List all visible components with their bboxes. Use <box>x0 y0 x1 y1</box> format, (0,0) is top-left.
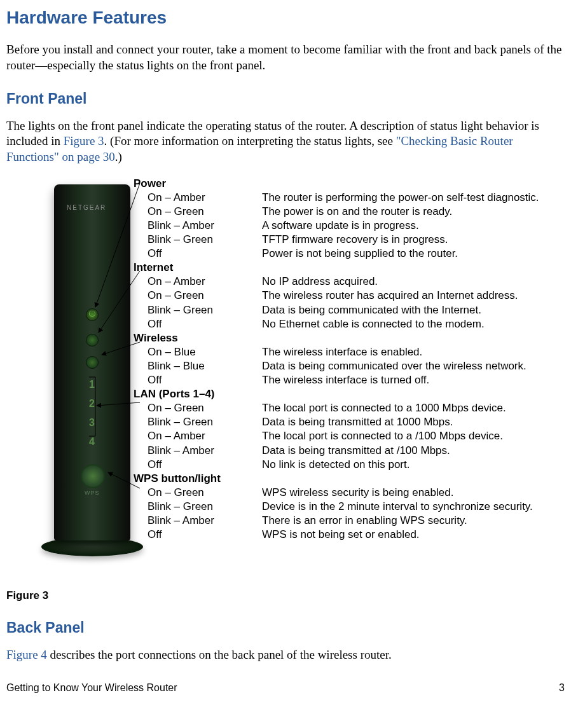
status-state: On – Amber <box>148 275 262 289</box>
footer-page-number: 3 <box>559 682 565 695</box>
heading-front-panel: Front Panel <box>6 90 565 109</box>
status-state: Blink – Green <box>148 500 262 514</box>
status-state: Off <box>148 247 262 261</box>
status-desc: The router is performing the power-on se… <box>262 191 539 205</box>
footer-section-title: Getting to Know Your Wireless Router <box>6 682 177 695</box>
status-desc: A software update is in progress. <box>262 219 539 233</box>
router-illustration: NETGEAR 1 2 3 4 WPS <box>38 184 146 566</box>
status-state: On – Green <box>148 289 262 303</box>
wireless-led-icon <box>86 356 99 369</box>
status-desc: The wireless router has acquired an Inte… <box>262 289 539 303</box>
status-state: Blink – Amber <box>148 444 262 458</box>
group-lan: LAN (Ports 1–4) <box>134 387 539 401</box>
figure-3-area: NETGEAR 1 2 3 4 WPS Power On – AmberThe … <box>6 177 565 577</box>
status-state: Blink – Green <box>148 233 262 247</box>
status-desc: WPS is not being set or enabled. <box>262 528 539 542</box>
status-state: On – Amber <box>148 429 262 443</box>
figure-3-caption: Figure 3 <box>6 589 565 603</box>
status-desc: The wireless interface is enabled. <box>262 345 539 359</box>
status-row: Blink – BlueData is being communicated o… <box>134 359 539 373</box>
link-figure-3[interactable]: Figure 3 <box>64 134 104 148</box>
status-desc: The wireless interface is turned off. <box>262 373 539 387</box>
wps-label: WPS <box>85 490 100 497</box>
brand-label: NETGEAR <box>67 203 106 212</box>
status-row: On – GreenThe local port is connected to… <box>134 401 539 415</box>
status-state: Blink – Amber <box>148 514 262 528</box>
status-row: Blink – AmberData is being transmitted a… <box>134 444 539 458</box>
router-body: NETGEAR 1 2 3 4 WPS <box>54 184 130 540</box>
status-state: Off <box>148 458 262 472</box>
status-state: Off <box>148 528 262 542</box>
wps-button-icon <box>81 464 105 488</box>
status-row: On – AmberThe local port is connected to… <box>134 429 539 443</box>
status-state: On – Green <box>148 205 262 219</box>
status-row: Blink – AmberThere is an error in enabli… <box>134 514 539 528</box>
back-panel-paragraph: Figure 4 describes the port connections … <box>6 647 565 663</box>
status-desc: No link is detected on this port. <box>262 458 539 472</box>
status-desc: Device is in the 2 minute interval to sy… <box>262 500 539 514</box>
status-row: On – AmberNo IP address acquired. <box>134 275 539 289</box>
heading-back-panel: Back Panel <box>6 619 565 638</box>
status-state: Off <box>148 373 262 387</box>
status-desc: Data is being communicated over the wire… <box>262 359 539 373</box>
status-desc: No Ethernet cable is connected to the mo… <box>262 317 539 331</box>
group-wireless: Wireless <box>134 331 539 345</box>
text-segment: . (For more information on interpreting … <box>104 134 396 148</box>
port-2-label: 2 <box>89 397 95 411</box>
text-segment: .) <box>115 150 122 163</box>
port-4-label: 4 <box>89 436 95 449</box>
status-callouts: Power On – AmberThe router is performing… <box>134 177 539 542</box>
link-figure-4[interactable]: Figure 4 <box>6 648 47 661</box>
group-power: Power <box>134 177 539 191</box>
text-segment: describes the port connections on the ba… <box>47 648 392 661</box>
status-desc: The local port is connected to a /100 Mb… <box>262 429 539 443</box>
status-row: OffPower is not being supplied to the ro… <box>134 247 539 261</box>
internet-led-icon <box>86 334 99 347</box>
status-row: On – AmberThe router is performing the p… <box>134 191 539 205</box>
status-desc: Data is being transmitted at 1000 Mbps. <box>262 415 539 429</box>
status-row: Blink – GreenData is being transmitted a… <box>134 415 539 429</box>
status-row: Blink – GreenData is being communicated … <box>134 303 539 317</box>
heading-hardware-features: Hardware Features <box>6 6 565 29</box>
status-state: On – Amber <box>148 191 262 205</box>
status-state: Blink – Blue <box>148 359 262 373</box>
page-footer: Getting to Know Your Wireless Router 3 <box>6 682 565 701</box>
status-state: Blink – Green <box>148 415 262 429</box>
status-row: On – GreenWPS wireless security is being… <box>134 486 539 500</box>
status-state: On – Green <box>148 401 262 415</box>
status-desc: No IP address acquired. <box>262 275 539 289</box>
status-row: On – GreenThe wireless router has acquir… <box>134 289 539 303</box>
status-row: On – BlueThe wireless interface is enabl… <box>134 345 539 359</box>
status-desc: There is an error in enabling WPS securi… <box>262 514 539 528</box>
status-state: Blink – Green <box>148 303 262 317</box>
status-row: On – GreenThe power is on and the router… <box>134 205 539 219</box>
port-1-label: 1 <box>89 378 95 392</box>
status-desc: The local port is connected to a 1000 Mb… <box>262 401 539 415</box>
status-row: Blink – GreenTFTP firmware recovery is i… <box>134 233 539 247</box>
status-desc: Data is being transmitted at /100 Mbps. <box>262 444 539 458</box>
status-state: On – Blue <box>148 345 262 359</box>
status-row: OffWPS is not being set or enabled. <box>134 528 539 542</box>
group-internet: Internet <box>134 261 539 275</box>
status-row: OffNo Ethernet cable is connected to the… <box>134 317 539 331</box>
status-row: Blink – AmberA software update is in pro… <box>134 219 539 233</box>
power-led-icon <box>86 308 99 321</box>
status-desc: Data is being communicated with the Inte… <box>262 303 539 317</box>
status-desc: The power is on and the router is ready. <box>262 205 539 219</box>
status-row: OffNo link is detected on this port. <box>134 458 539 472</box>
status-state: Off <box>148 317 262 331</box>
status-state: Blink – Amber <box>148 219 262 233</box>
status-desc: Power is not being supplied to the route… <box>262 247 539 261</box>
group-wps: WPS button/light <box>134 472 539 486</box>
status-row: Blink – GreenDevice is in the 2 minute i… <box>134 500 539 514</box>
status-desc: WPS wireless security is being enabled. <box>262 486 539 500</box>
status-state: On – Green <box>148 486 262 500</box>
intro-paragraph: Before you install and connect your rout… <box>6 42 565 73</box>
status-row: OffThe wireless interface is turned off. <box>134 373 539 387</box>
port-3-label: 3 <box>89 416 95 430</box>
status-desc: TFTP firmware recovery is in progress. <box>262 233 539 247</box>
front-panel-paragraph: The lights on the front panel indicate t… <box>6 118 565 165</box>
